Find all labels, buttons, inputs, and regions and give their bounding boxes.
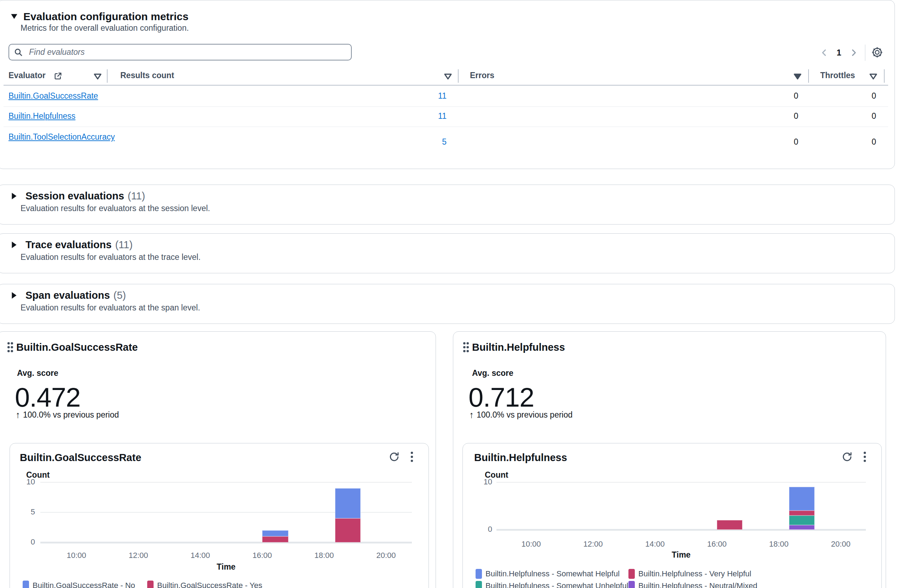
- legend-item[interactable]: Builtin.Helpfulness - Very Helpful: [628, 569, 751, 579]
- next-page-button[interactable]: [848, 47, 860, 59]
- column-header-errors: Errors: [470, 71, 494, 80]
- metric-value: 0.712: [468, 383, 534, 412]
- x-tick-label: 14:00: [184, 551, 216, 560]
- x-tick-label: 16:00: [701, 539, 733, 549]
- legend-item[interactable]: Builtin.GoalSuccessRate - Yes: [147, 580, 262, 588]
- x-tick-label: 10:00: [61, 551, 92, 560]
- section-title: Session evaluations: [26, 190, 124, 202]
- legend-item[interactable]: Builtin.Helpfulness - Somewhat Unhelpful: [476, 581, 628, 588]
- external-link-icon: [54, 72, 62, 80]
- metric-label: Avg. score: [472, 368, 513, 378]
- caret-right-icon: [11, 192, 17, 200]
- x-tick-label: 10:00: [515, 539, 547, 549]
- results-count-cell: 11: [354, 111, 447, 121]
- panel-subtitle: Metrics for the overall evaluation confi…: [20, 23, 189, 33]
- filter-icon-throttles[interactable]: [868, 72, 879, 81]
- y-tick-label: 0: [471, 525, 492, 534]
- filter-icon-results-count[interactable]: [442, 72, 454, 81]
- throttles-cell: 0: [807, 91, 876, 101]
- gear-icon[interactable]: [870, 45, 885, 60]
- table-pagination: 1: [818, 45, 860, 60]
- evaluator-link[interactable]: Builtin.Helpfulness: [9, 111, 75, 121]
- caret-right-icon: [11, 292, 17, 299]
- bar-segment[interactable]: [717, 520, 742, 530]
- bar-segment[interactable]: [335, 488, 361, 518]
- arrow-up-icon: ↑: [469, 409, 474, 420]
- arrow-up-icon: ↑: [15, 409, 20, 420]
- grid-line: [40, 482, 412, 483]
- evaluator-link[interactable]: Builtin.GoalSuccessRate: [9, 91, 98, 101]
- section-count: (5): [113, 290, 126, 301]
- drag-handle-icon[interactable]: [462, 341, 470, 354]
- metric-label: Avg. score: [17, 368, 58, 378]
- errors-cell: 0: [708, 111, 798, 121]
- panel-header[interactable]: Evaluation configuration metrics: [11, 11, 188, 23]
- column-divider: [808, 69, 809, 83]
- previous-page-button[interactable]: [818, 47, 830, 59]
- section-title: Trace evaluations: [26, 239, 112, 251]
- caret-right-icon: [11, 241, 17, 249]
- search-input[interactable]: [9, 44, 352, 61]
- x-tick-label: 18:00: [763, 539, 795, 549]
- drag-handle-icon[interactable]: [6, 341, 14, 354]
- legend-label: Builtin.Helpfulness - Neutral/Mixed: [638, 581, 757, 588]
- trend-text: 100.0% vs previous period: [477, 410, 572, 420]
- row-divider: [3, 127, 888, 127]
- card-title: Builtin.Helpfulness: [472, 342, 565, 353]
- y-tick-label: 5: [14, 507, 35, 516]
- legend-label: Builtin.GoalSuccessRate - Yes: [157, 581, 262, 588]
- trend-text: 100.0% vs previous period: [23, 410, 119, 420]
- column-header-evaluator: Evaluator: [9, 71, 46, 80]
- legend-item[interactable]: Builtin.Helpfulness - Somewhat Helpful: [476, 569, 620, 579]
- bar-segment[interactable]: [262, 530, 288, 536]
- bar-segment[interactable]: [789, 487, 814, 510]
- card-title: Builtin.GoalSuccessRate: [16, 342, 138, 353]
- section-subtitle: Evaluation results for evaluators at the…: [20, 252, 201, 262]
- current-page: 1: [836, 48, 841, 58]
- x-axis-label: Time: [660, 550, 703, 560]
- y-tick-label: 10: [471, 477, 492, 487]
- column-divider: [107, 69, 107, 83]
- panel-title: Evaluation configuration metrics: [23, 11, 188, 23]
- legend-swatch: [628, 581, 635, 588]
- column-header-results-count: Results count: [120, 71, 174, 80]
- section-header-span[interactable]: Span evaluations (5): [11, 290, 126, 301]
- bar-chart-plot: 01010:0012:0014:0016:0018:0020:00TimeBui…: [463, 443, 882, 588]
- errors-cell: 0: [708, 91, 798, 101]
- bar-segment[interactable]: [335, 518, 361, 542]
- table-row: Builtin.Helpfulness: [9, 111, 75, 121]
- x-tick-label: 12:00: [577, 539, 609, 549]
- toolbar-divider: [865, 44, 865, 61]
- y-tick-label: 0: [14, 538, 35, 547]
- section-header-session[interactable]: Session evaluations (11): [11, 190, 145, 202]
- section-header-trace[interactable]: Trace evaluations (11): [11, 239, 133, 251]
- results-count-cell: 5: [354, 137, 447, 147]
- legend-label: Builtin.Helpfulness - Somewhat Unhelpful: [485, 581, 628, 588]
- filter-icon-errors[interactable]: [792, 72, 803, 81]
- results-count-link[interactable]: 11: [438, 111, 447, 121]
- chart-card-helpfulness: Builtin.Helpfulness Count 01010:0012:001…: [462, 443, 882, 588]
- evaluator-link[interactable]: Builtin.ToolSelectionAccuracy: [9, 132, 115, 141]
- column-divider: [884, 69, 885, 83]
- filter-icon-evaluator[interactable]: [92, 72, 103, 81]
- throttles-cell: 0: [807, 111, 876, 121]
- grid-line: [496, 482, 866, 483]
- bar-segment[interactable]: [789, 525, 814, 530]
- x-tick-label: 20:00: [825, 539, 857, 549]
- legend-item[interactable]: Builtin.GoalSuccessRate - No: [23, 580, 135, 588]
- x-tick-label: 12:00: [122, 551, 154, 560]
- section-count: (11): [128, 190, 145, 202]
- table-row: Builtin.ToolSelectionAccuracy: [9, 131, 115, 143]
- legend-swatch: [476, 569, 482, 579]
- x-tick-label: 14:00: [639, 539, 671, 549]
- search-icon: [14, 48, 23, 57]
- bar-segment[interactable]: [262, 536, 288, 542]
- x-tick-label: 20:00: [370, 551, 402, 560]
- results-count-link[interactable]: 11: [438, 91, 447, 101]
- results-count-link[interactable]: 5: [442, 137, 447, 147]
- bar-segment[interactable]: [789, 510, 814, 515]
- bar-segment[interactable]: [789, 516, 814, 525]
- column-header-throttles: Throttles: [820, 71, 855, 80]
- legend-item[interactable]: Builtin.Helpfulness - Neutral/Mixed: [628, 581, 757, 588]
- trend-indicator: ↑ 100.0% vs previous period: [15, 409, 119, 420]
